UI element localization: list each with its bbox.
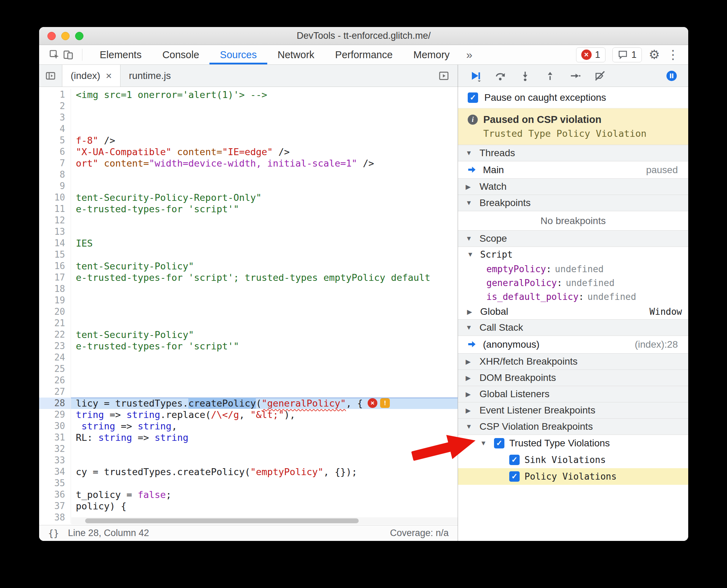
line-number[interactable]: 36 — [39, 489, 71, 500]
checkbox-checked[interactable]: ✓ — [494, 438, 504, 448]
console-error-badge[interactable]: × 1 — [576, 47, 605, 62]
code-line-content[interactable] — [71, 443, 458, 455]
line-number[interactable]: 24 — [39, 352, 71, 363]
scope-variable[interactable]: emptyPolicy:undefined — [458, 262, 688, 276]
line-number[interactable]: 21 — [39, 318, 71, 329]
line-number[interactable]: 37 — [39, 500, 71, 512]
tab-sources[interactable]: Sources — [209, 45, 267, 64]
csp-breakpoint-item[interactable]: ▼✓Trusted Type Violations — [458, 435, 688, 452]
code-line-content[interactable] — [71, 215, 458, 226]
scope-section-header[interactable]: ▼ Scope — [458, 230, 688, 247]
code-line-content[interactable]: f-8" /> — [71, 135, 458, 146]
step-over-icon[interactable] — [494, 70, 506, 82]
issues-badge[interactable]: 1 — [612, 47, 642, 62]
code-line-content[interactable] — [71, 100, 458, 112]
line-number[interactable]: 17 — [39, 272, 71, 283]
code-line-content[interactable] — [71, 283, 458, 295]
code-line-content[interactable] — [71, 306, 458, 318]
error-marker-icon[interactable]: × — [368, 398, 377, 408]
csp-violation-section-header[interactable]: ▼ CSP Violation Breakpoints — [458, 418, 688, 435]
scope-variable[interactable]: generalPolicy:undefined — [458, 276, 688, 290]
csp-breakpoint-item[interactable]: ✓Sink Violations — [458, 452, 688, 468]
kebab-menu-icon[interactable]: ⋮ — [667, 48, 679, 61]
step-into-icon[interactable] — [519, 70, 531, 82]
code-line-content[interactable] — [71, 375, 458, 386]
code-line-content[interactable]: ort" content="width=device-width, initia… — [71, 158, 458, 169]
breakpoints-section-header[interactable]: ▼ Breakpoints — [458, 195, 688, 211]
code-line-content[interactable] — [71, 295, 458, 306]
section-header-dom-breakpoints[interactable]: ▶DOM Breakpoints — [458, 369, 688, 386]
code-line-content[interactable] — [71, 455, 458, 466]
csp-breakpoint-item[interactable]: ✓Policy Violations — [458, 468, 688, 485]
line-number[interactable]: 35 — [39, 478, 71, 489]
threads-section-header[interactable]: ▼ Threads — [458, 145, 688, 161]
scope-variable[interactable]: is_default_policy:undefined — [458, 290, 688, 304]
line-number[interactable]: 31 — [39, 432, 71, 443]
line-number[interactable]: 23 — [39, 340, 71, 352]
code-line-content[interactable]: tent-Security-Policy" — [71, 260, 458, 272]
file-tab[interactable]: runtime.js — [120, 65, 179, 87]
line-number[interactable]: 8 — [39, 169, 71, 180]
more-tabs-button[interactable]: » — [460, 45, 479, 64]
code-line-content[interactable]: RL: string => string — [71, 432, 458, 443]
line-number[interactable]: 4 — [39, 123, 71, 135]
line-number[interactable]: 9 — [39, 180, 71, 192]
line-number[interactable]: 32 — [39, 443, 71, 455]
code-line-content[interactable]: tent-Security-Policy" — [71, 329, 458, 340]
step-out-icon[interactable] — [544, 70, 556, 82]
line-number[interactable]: 16 — [39, 260, 71, 272]
pause-on-exceptions-icon[interactable] — [665, 70, 678, 82]
checkbox-checked[interactable]: ✓ — [468, 92, 478, 103]
line-number[interactable]: 14 — [39, 238, 71, 249]
code-line-content[interactable] — [71, 363, 458, 375]
section-header-event-listener-breakpoints[interactable]: ▶Event Listener Breakpoints — [458, 402, 688, 419]
code-line-content[interactable]: cy = trustedTypes.createPolicy("emptyPol… — [71, 466, 458, 478]
scrollbar-thumb[interactable] — [85, 518, 359, 523]
settings-gear-icon[interactable]: ⚙ — [649, 48, 660, 61]
line-number[interactable]: 27 — [39, 386, 71, 398]
code-line-content[interactable]: <img src=1 onerror='alert(1)'> --> — [71, 89, 458, 100]
watch-section-header[interactable]: ▶ Watch — [458, 178, 688, 195]
minimize-window-button[interactable] — [61, 32, 70, 40]
code-line-content[interactable] — [71, 226, 458, 238]
line-number[interactable]: 11 — [39, 203, 71, 215]
deactivate-breakpoints-icon[interactable] — [594, 70, 606, 82]
checkbox-checked[interactable]: ✓ — [509, 455, 520, 465]
code-line-content[interactable]: e-trusted-types-for 'script'; trusted-ty… — [71, 272, 458, 283]
code-line-content[interactable] — [71, 249, 458, 260]
code-line-content[interactable] — [71, 112, 458, 123]
code-line-content[interactable]: string => string, — [71, 420, 458, 432]
file-tab[interactable]: (index)× — [62, 65, 120, 87]
line-number[interactable]: 15 — [39, 249, 71, 260]
line-number[interactable]: 19 — [39, 295, 71, 306]
open-sources-overflow-icon[interactable] — [435, 65, 458, 87]
section-header-xhr-fetch-breakpoints[interactable]: ▶XHR/fetch Breakpoints — [458, 353, 688, 370]
tab-console[interactable]: Console — [152, 45, 209, 64]
code-line-content[interactable] — [71, 180, 458, 192]
code-line-content[interactable]: policy) { — [71, 500, 458, 512]
line-number[interactable]: 2 — [39, 100, 71, 112]
line-number[interactable]: 13 — [39, 226, 71, 238]
code-line-content[interactable] — [71, 169, 458, 180]
line-number[interactable]: 1 — [39, 89, 71, 100]
inspect-element-icon[interactable] — [47, 48, 61, 62]
toggle-navigator-sidebar-icon[interactable] — [39, 65, 62, 87]
code-line-content[interactable]: e-trusted-types-for 'script'" — [71, 340, 458, 352]
tab-network[interactable]: Network — [267, 45, 325, 64]
zoom-window-button[interactable] — [75, 32, 83, 40]
code-line-content[interactable] — [71, 478, 458, 489]
line-number[interactable]: 3 — [39, 112, 71, 123]
device-toolbar-icon[interactable] — [61, 48, 75, 62]
code-line-content[interactable] — [71, 352, 458, 363]
pretty-print-icon[interactable]: {} — [48, 528, 59, 538]
tab-elements[interactable]: Elements — [89, 45, 152, 64]
code-line-content[interactable]: e-trusted-types-for 'script'" — [71, 203, 458, 215]
pause-on-caught-row[interactable]: ✓ Pause on caught exceptions — [458, 87, 688, 108]
scope-script-node[interactable]: ▼ Script — [458, 247, 688, 262]
line-number[interactable]: 10 — [39, 192, 71, 203]
line-number[interactable]: 22 — [39, 329, 71, 340]
section-header-global-listeners[interactable]: ▶Global Listeners — [458, 386, 688, 402]
line-number[interactable]: 34 — [39, 466, 71, 478]
code-line-content[interactable] — [71, 386, 458, 398]
call-stack-section-header[interactable]: ▼ Call Stack — [458, 319, 688, 336]
